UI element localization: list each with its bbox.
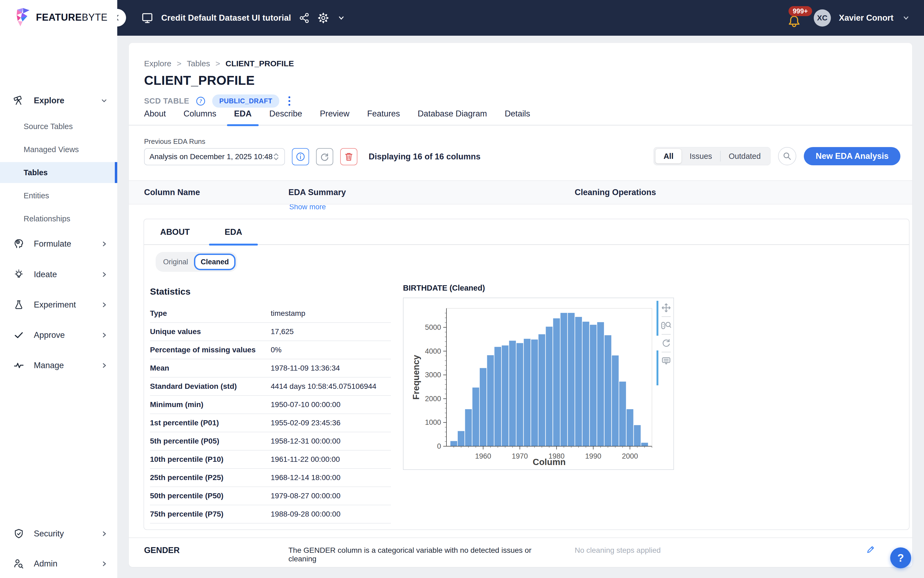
column-name-header: Column Name (144, 188, 200, 197)
tab-columns[interactable]: Columns (183, 109, 216, 126)
statistics-title: Statistics (150, 286, 190, 297)
stat-row: 10th percentile (P10)1961-11-22 00:00:00 (150, 451, 391, 469)
shield-check-icon (13, 528, 25, 539)
detail-tabs-divider (144, 244, 909, 245)
detail-tab-eda[interactable]: EDA (225, 227, 242, 245)
stat-row: 25th percentile (P25)1968-12-14 18:00:00 (150, 469, 391, 487)
svg-text:Frequency: Frequency (411, 355, 421, 400)
sidebar-item-ideate[interactable]: Ideate (0, 264, 117, 285)
tab-eda[interactable]: EDA (234, 109, 251, 126)
stat-row: Standard Deviation (std)4414 days 10:58:… (150, 378, 391, 396)
edit-icon[interactable] (866, 545, 875, 554)
sidebar-item-entities[interactable]: Entities (0, 185, 117, 206)
filter-issues[interactable]: Issues (681, 149, 720, 163)
pulse-icon (13, 360, 25, 371)
stat-row: Typetimestamp (150, 305, 391, 323)
table-tabs: About Columns EDA Describe Preview Featu… (144, 109, 530, 126)
head-gear-icon (13, 239, 25, 249)
cleaning-operations-header: Cleaning Operations (575, 188, 656, 197)
avatar[interactable]: XC (814, 10, 831, 26)
flask-icon (13, 299, 25, 310)
breadcrumb-explore[interactable]: Explore (144, 59, 172, 68)
toggle-original[interactable]: Original (157, 258, 194, 266)
notifications-button[interactable]: 999+ (787, 7, 806, 29)
tab-about[interactable]: About (144, 109, 166, 126)
sidebar-section-label: Explore (34, 96, 65, 106)
tab-preview[interactable]: Preview (320, 109, 349, 126)
chevron-right-icon (101, 331, 108, 339)
hover-tooltip-icon[interactable] (661, 356, 671, 366)
sidebar-item-manage[interactable]: Manage (0, 355, 117, 376)
search-button[interactable] (778, 147, 796, 165)
workspace-title[interactable]: Credit Default Dataset UI tutorial (161, 13, 291, 23)
chevron-right-icon (101, 240, 108, 248)
delete-run-button[interactable] (340, 148, 357, 165)
gear-icon[interactable] (318, 12, 329, 24)
sidebar-item-source-tables[interactable]: Source Tables (0, 116, 117, 137)
histogram-chart: 0100020003000400050001960197019801990200… (403, 297, 674, 470)
pan-icon[interactable] (661, 302, 671, 313)
featurebyte-logo[interactable]: FEATUREBYTE (15, 8, 108, 27)
telescope-icon (13, 95, 25, 106)
featurebyte-logo-icon (15, 8, 32, 27)
svg-text:5000: 5000 (425, 323, 441, 331)
sidebar-item-tables[interactable]: Tables (0, 162, 117, 183)
sidebar-item-managed-views[interactable]: Managed Views (0, 139, 117, 160)
sidebar-item-experiment[interactable]: Experiment (0, 294, 117, 315)
stat-row: Mean1978-11-09 13:36:34 (150, 359, 391, 378)
show-more-link[interactable]: Show more (289, 205, 326, 211)
chevron-right-icon (101, 301, 108, 308)
filter-outdated[interactable]: Outdated (721, 149, 768, 163)
main-content-card: Explore > Tables > CLIENT_PROFILE CLIENT… (129, 43, 912, 567)
eda-summary-header: EDA Summary (289, 188, 346, 197)
reset-icon[interactable] (661, 338, 671, 349)
kebab-menu-icon[interactable] (286, 95, 293, 107)
columns-table-header: Column Name EDA Summary Cleaning Operati… (129, 180, 912, 205)
wheel-zoom-icon[interactable] (661, 320, 672, 331)
run-info-button[interactable] (292, 148, 309, 165)
chevron-down-icon (100, 97, 108, 105)
chart-scrollbar-segment[interactable] (657, 351, 658, 385)
sidebar-item-approve[interactable]: Approve (0, 325, 117, 346)
stat-row: Minimum (min)1950-07-10 00:00:00 (150, 396, 391, 414)
chart-scrollbar-segment[interactable] (657, 301, 658, 336)
table-row-gender[interactable]: GENDER The GENDER column is a categorica… (129, 537, 912, 567)
sidebar-item-security[interactable]: Security (0, 523, 117, 544)
user-name[interactable]: Xavier Conort (839, 13, 893, 23)
tab-describe[interactable]: Describe (269, 109, 302, 126)
toggle-cleaned[interactable]: Cleaned (194, 253, 235, 270)
stat-row: 1st percentile (P01)1955-02-09 23:45:36 (150, 414, 391, 432)
svg-text:1970: 1970 (512, 452, 528, 460)
info-circle-icon[interactable]: ? (196, 96, 206, 106)
eda-run-select[interactable]: Analysis on December 1, 2025 10:48:22 AM (144, 148, 285, 165)
refresh-run-button[interactable] (316, 148, 333, 165)
bell-icon (789, 16, 799, 24)
statistics-table: Typetimestamp Unique values17,625 Percen… (150, 305, 391, 524)
tab-database-diagram[interactable]: Database Diagram (418, 109, 487, 126)
share-icon[interactable] (298, 12, 310, 24)
sidebar-item-relationships[interactable]: Relationships (0, 208, 117, 229)
sidebar-item-formulate[interactable]: Formulate (0, 234, 117, 254)
help-button[interactable]: ? (890, 547, 911, 568)
page-title: CLIENT_PROFILE (144, 73, 255, 88)
chevron-right-icon (101, 530, 108, 537)
breadcrumb: Explore > Tables > CLIENT_PROFILE (144, 59, 294, 68)
chevron-right-icon (101, 560, 108, 568)
filter-all[interactable]: All (655, 149, 681, 163)
stat-row: 50th percentile (P50)1979-08-27 00:00:00 (150, 487, 391, 505)
detail-tab-about[interactable]: ABOUT (160, 227, 190, 245)
column-detail-card: ABOUT EDA Original Cleaned Statistics Ty… (144, 219, 909, 530)
tab-features[interactable]: Features (367, 109, 400, 126)
show-more-strip: Show more (129, 205, 912, 212)
stat-row: 5th percentile (P05)1958-12-31 00:00:00 (150, 432, 391, 451)
chevron-down-icon[interactable] (337, 13, 346, 23)
column-name: GENDER (144, 546, 180, 555)
tab-details[interactable]: Details (505, 109, 530, 126)
sidebar-item-admin[interactable]: Admin (0, 553, 117, 574)
svg-text:1960: 1960 (475, 452, 491, 460)
sidebar-section-explore[interactable]: Explore (0, 90, 117, 111)
monitor-icon (141, 11, 154, 24)
breadcrumb-tables[interactable]: Tables (187, 59, 210, 68)
new-eda-analysis-button[interactable]: New EDA Analysis (804, 147, 900, 165)
user-menu-chevron-icon[interactable] (901, 13, 911, 23)
